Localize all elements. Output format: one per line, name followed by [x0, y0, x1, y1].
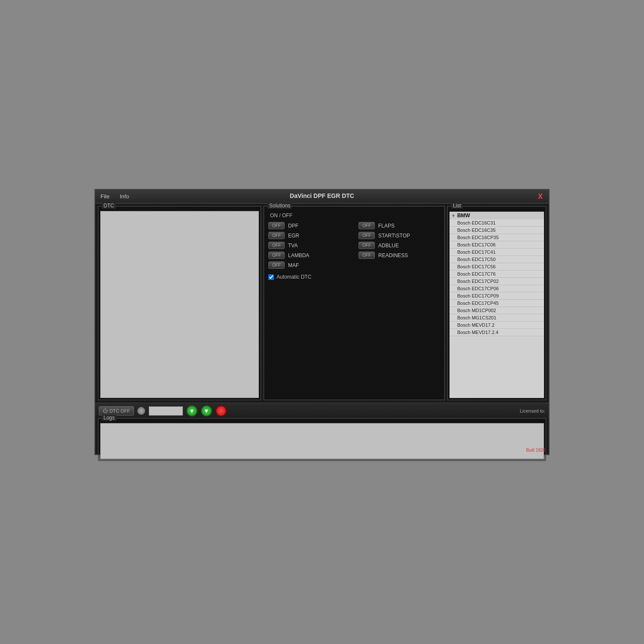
- egr-label: EGR: [288, 233, 299, 239]
- lambda-label: LAMBDA: [288, 252, 309, 258]
- list-item[interactable]: Bosch EDC17C56: [450, 263, 544, 270]
- list-panel: List ▼ BMW Bosch EDC16C31 Bosch EDC16C35…: [447, 206, 546, 400]
- startstop-label: START\STOP: [378, 233, 410, 239]
- list-group-bmw: ▼ BMW: [450, 212, 544, 219]
- dtc-off-button[interactable]: ⏻ DTC OFF: [99, 406, 134, 416]
- flaps-label: FLAPS: [378, 223, 395, 229]
- logs-content-area: [100, 423, 544, 459]
- solution-row-tva: OFF TVA: [268, 242, 350, 249]
- power-icon: ⏻: [103, 408, 108, 414]
- auto-dtc-row: Automatic DTC: [268, 274, 440, 280]
- list-item[interactable]: Bosch EDC16C31: [450, 219, 544, 227]
- readiness-label: READINESS: [378, 252, 408, 258]
- solutions-grid: OFF DPF OFF EGR OFF TVA OFF LAMBDA: [268, 222, 440, 269]
- egr-toggle-btn[interactable]: OFF: [268, 232, 285, 239]
- list-item[interactable]: Bosch MEVD17.2: [450, 322, 544, 329]
- list-item[interactable]: Bosch EDC17C06: [450, 241, 544, 249]
- dtc-panel: DTC: [98, 206, 261, 400]
- logs-panel-label: Logs: [102, 415, 116, 421]
- solution-row-egr: OFF EGR: [268, 232, 350, 239]
- list-item[interactable]: Bosch EDC17CP09: [450, 292, 544, 300]
- adblue-label: ADBLUE: [378, 243, 399, 249]
- close-button[interactable]: X: [535, 193, 545, 200]
- status-indicator: [137, 407, 145, 415]
- on-off-header: ON / OFF: [268, 213, 440, 219]
- download-btn-1[interactable]: ▼: [186, 405, 197, 416]
- startstop-toggle-btn[interactable]: OFF: [358, 232, 375, 239]
- download-btn-2[interactable]: ▼: [201, 405, 212, 416]
- stop-button[interactable]: [216, 405, 227, 416]
- list-item[interactable]: Bosch EDC17CP02: [450, 278, 544, 285]
- list-item[interactable]: Bosch EDC17CP06: [450, 285, 544, 292]
- dpf-toggle-btn[interactable]: OFF: [268, 222, 285, 229]
- auto-dtc-checkbox[interactable]: [268, 274, 274, 280]
- list-panel-label: List: [451, 203, 463, 209]
- solutions-right-col: OFF FLAPS OFF START\STOP OFF ADBLUE OFF …: [358, 222, 440, 269]
- list-item[interactable]: Bosch EDC17CP45: [450, 300, 544, 307]
- readiness-toggle-btn[interactable]: OFF: [358, 252, 375, 259]
- menu-file[interactable]: File: [99, 192, 111, 200]
- com-port-input[interactable]: [149, 406, 183, 416]
- maf-label: MAF: [288, 262, 299, 268]
- solution-row-lambda: OFF LAMBDA: [268, 252, 350, 259]
- adblue-toggle-btn[interactable]: OFF: [358, 242, 375, 249]
- app-window: File Info DaVinci DPF EGR DTC X DTC Solu…: [94, 189, 550, 455]
- logs-panel: Logs: [98, 418, 546, 461]
- lambda-toggle-btn[interactable]: OFF: [268, 252, 285, 259]
- window-title: DaVinci DPF EGR DTC: [290, 192, 354, 199]
- solution-row-adblue: OFF ADBLUE: [358, 242, 440, 249]
- solution-row-dpf: OFF DPF: [268, 222, 350, 229]
- list-item[interactable]: Bosch MD1CP002: [450, 307, 544, 314]
- list-item[interactable]: Bosch EDC16CP35: [450, 234, 544, 241]
- solution-row-flaps: OFF FLAPS: [358, 222, 440, 229]
- dtc-off-label: DTC OFF: [109, 408, 130, 413]
- auto-dtc-label: Automatic DTC: [276, 274, 311, 280]
- list-item[interactable]: Bosch EDC16C35: [450, 227, 544, 234]
- menu-bar: File Info: [99, 192, 131, 200]
- list-content[interactable]: ▼ BMW Bosch EDC16C31 Bosch EDC16C35 Bosc…: [450, 212, 544, 398]
- solutions-panel: Solutions ON / OFF OFF DPF OFF EGR OF: [264, 206, 445, 400]
- main-content: DTC Solutions ON / OFF OFF DPF OFF EGR: [95, 204, 549, 403]
- flaps-toggle-btn[interactable]: OFF: [358, 222, 375, 229]
- list-item[interactable]: Bosch EDC17C50: [450, 256, 544, 263]
- solution-row-startstop: OFF START\STOP: [358, 232, 440, 239]
- solutions-left-col: OFF DPF OFF EGR OFF TVA OFF LAMBDA: [268, 222, 350, 269]
- dtc-panel-label: DTC: [102, 203, 116, 209]
- solution-row-readiness: OFF READINESS: [358, 252, 440, 259]
- list-item[interactable]: Bosch MEVD17.2.4: [450, 329, 544, 336]
- maf-toggle-btn[interactable]: OFF: [268, 261, 285, 269]
- expand-icon: ▼: [451, 213, 456, 218]
- tva-label: TVA: [288, 243, 298, 249]
- title-bar: File Info DaVinci DPF EGR DTC X: [95, 190, 549, 204]
- bottom-bar: ⏻ DTC OFF ▼ ▼ Licensed to:: [95, 403, 549, 418]
- solution-row-maf: OFF MAF: [268, 261, 350, 269]
- dpf-label: DPF: [288, 223, 298, 229]
- list-item[interactable]: Bosch MG1CS201: [450, 314, 544, 322]
- build-label: Built 1928: [526, 448, 545, 453]
- bmw-group-label: BMW: [457, 213, 470, 219]
- list-item[interactable]: Bosch EDC17C41: [450, 249, 544, 256]
- menu-info[interactable]: Info: [118, 192, 131, 200]
- tva-toggle-btn[interactable]: OFF: [268, 242, 285, 249]
- licensed-label: Licensed to:: [520, 408, 545, 413]
- on-off-label: ON / OFF: [270, 213, 292, 219]
- logs-section: Logs: [95, 418, 549, 464]
- list-item[interactable]: Bosch EDC17C76: [450, 270, 544, 278]
- solutions-panel-label: Solutions: [267, 203, 292, 209]
- dtc-content-area: [100, 211, 259, 398]
